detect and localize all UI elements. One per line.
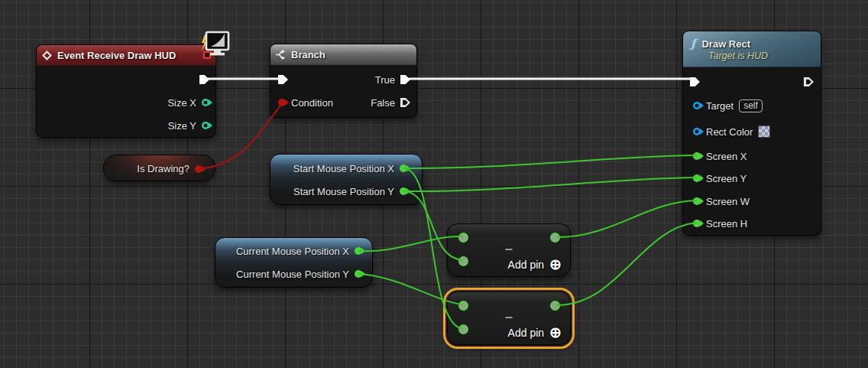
pin-label-true: True (375, 74, 395, 86)
exec-input-pin[interactable] (278, 74, 288, 85)
exec-output-pin[interactable] (804, 77, 814, 87)
node-title: Event Receive Draw HUD (57, 50, 176, 61)
pin-label-false: False (371, 97, 395, 109)
pin-label-condition: Condition (291, 97, 333, 109)
size-y-pin[interactable] (202, 122, 209, 129)
node-title: Draw Rect (701, 38, 750, 50)
node-get-current-mouse-position[interactable]: Current Mouse Position X Current Mouse P… (215, 237, 373, 288)
rect-color-pin[interactable] (693, 128, 701, 135)
pin-label-rect-color: Rect Color (706, 126, 753, 138)
pin-label-screen-x: Screen X (706, 151, 747, 162)
branch-node-header[interactable]: Branch (270, 44, 416, 65)
size-x-pin[interactable] (202, 99, 209, 106)
node-event-receive-draw-hud[interactable]: Event Receive Draw HUD Size X Size Y (36, 44, 216, 138)
target-self-value[interactable]: self (739, 99, 763, 112)
event-icon (42, 50, 52, 60)
event-node-header[interactable]: Event Receive Draw HUD (37, 45, 215, 66)
screen-x-pin[interactable] (693, 152, 701, 160)
subtract-operator: – (505, 311, 513, 322)
is-drawing-output-pin[interactable] (195, 165, 202, 173)
node-subtitle: Target is HUD (691, 50, 813, 61)
draw-rect-node-header[interactable]: ƒ Draw Rect Target is HUD (683, 31, 821, 67)
variable-label-start-x: Start Mouse Position X (293, 163, 394, 174)
pin-label-size-y: Size Y (168, 120, 196, 132)
start-mouse-x-pin[interactable] (400, 164, 407, 172)
screen-y-pin[interactable] (693, 174, 701, 182)
subtract-input-b-pin[interactable] (458, 324, 468, 334)
variable-label-current-y: Current Mouse Position Y (236, 269, 349, 280)
add-pin-button[interactable]: Add pin ⊕ (508, 326, 562, 339)
pin-label-screen-y: Screen Y (706, 173, 747, 184)
screen-h-pin[interactable] (693, 220, 701, 227)
subtract-operator: – (505, 243, 513, 254)
pin-label-screen-h: Screen H (706, 218, 747, 230)
current-mouse-x-pin[interactable] (355, 247, 362, 255)
exec-input-pin[interactable] (690, 77, 700, 87)
subtract-input-a-pin[interactable] (458, 301, 468, 311)
variable-label-current-x: Current Mouse Position X (236, 246, 349, 257)
pin-label-target: Target (706, 100, 734, 112)
variable-label-start-y: Start Mouse Position Y (293, 186, 394, 197)
node-branch[interactable]: Branch True Condition False (270, 44, 417, 118)
subtract-output-pin[interactable] (550, 233, 560, 243)
node-get-is-drawing[interactable]: Is Drawing? (103, 155, 215, 181)
function-icon: ƒ (691, 37, 695, 50)
subtract-input-b-pin[interactable] (458, 256, 468, 266)
add-pin-label: Add pin (508, 327, 544, 339)
true-exec-pin[interactable] (400, 74, 410, 85)
rect-color-swatch[interactable] (758, 125, 770, 138)
node-subtract-width[interactable]: – Add pin ⊕ (447, 223, 571, 277)
branch-icon (275, 49, 287, 60)
node-draw-rect[interactable]: ƒ Draw Rect Target is HUD Target self Re… (682, 31, 821, 236)
node-subtract-height[interactable]: – Add pin ⊕ (447, 291, 571, 345)
subtract-output-pin[interactable] (550, 301, 560, 311)
start-mouse-y-pin[interactable] (400, 187, 407, 195)
false-exec-pin[interactable] (400, 97, 410, 108)
screen-w-pin[interactable] (693, 197, 701, 205)
condition-pin[interactable] (278, 99, 286, 106)
current-mouse-y-pin[interactable] (355, 270, 362, 278)
node-title: Branch (291, 49, 326, 60)
target-pin[interactable] (693, 102, 701, 109)
add-pin-button[interactable]: Add pin ⊕ (508, 258, 562, 271)
pin-label-screen-w: Screen W (706, 196, 750, 207)
pin-label-size-x: Size X (167, 97, 196, 109)
variable-label: Is Drawing? (137, 163, 189, 174)
subtract-input-a-pin[interactable] (458, 233, 468, 243)
add-pin-label: Add pin (508, 259, 544, 271)
monitor-icon (199, 30, 232, 60)
exec-output-pin[interactable] (199, 74, 209, 85)
node-get-start-mouse-position[interactable]: Start Mouse Position X Start Mouse Posit… (270, 154, 423, 205)
add-pin-plus-icon: ⊕ (549, 258, 562, 271)
add-pin-plus-icon: ⊕ (549, 326, 562, 339)
